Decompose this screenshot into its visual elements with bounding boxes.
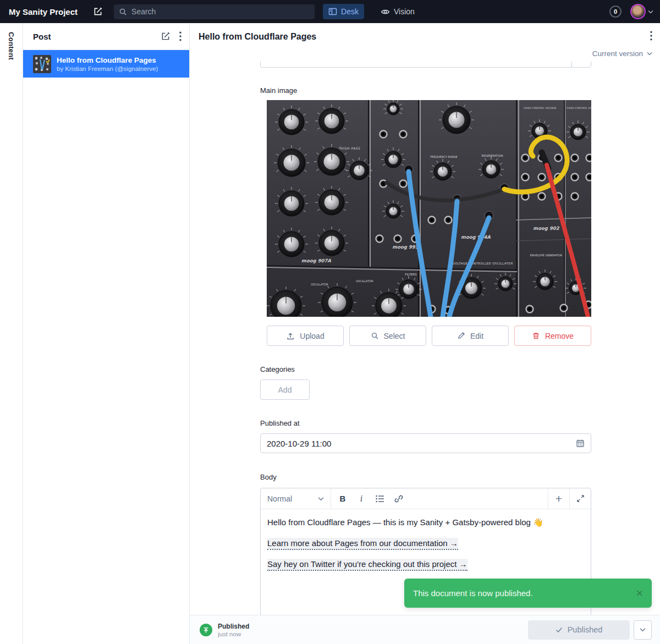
slug-input-clipped[interactable] — [260, 62, 572, 68]
add-category-button[interactable]: Add — [260, 379, 310, 400]
content-tab-label[interactable]: Content — [7, 32, 15, 60]
post-list-pane: Post Hello from Cloudflare Pages by Kris… — [23, 23, 190, 644]
avatar[interactable] — [630, 4, 646, 19]
close-icon[interactable]: × — [636, 587, 643, 599]
edit-button[interactable]: Edit — [432, 326, 509, 346]
text-style-value: Normal — [267, 494, 292, 503]
publish-menu-button[interactable] — [634, 620, 652, 640]
edit-label: Edit — [470, 332, 483, 340]
content-sidebar: Content — [0, 23, 23, 644]
navbar-right: 0 — [609, 4, 660, 19]
main-image-label: Main image — [260, 86, 297, 95]
upload-label: Upload — [300, 332, 324, 340]
chevron-down-icon — [318, 497, 324, 501]
published-at-label: Published at — [260, 419, 300, 427]
photo-label: FIXED CONTROL VOLTAGE — [566, 107, 591, 109]
success-toast: This document is now published. × — [404, 579, 652, 608]
select-label: Select — [384, 332, 405, 340]
body-link-documentation[interactable]: Learn more about Pages from our document… — [267, 538, 458, 550]
body-paragraph: Hello from Cloudflare Pages — this is my… — [267, 518, 584, 528]
photo-label: VOLTAGE CONTROLLED OSCILLATOR — [453, 262, 513, 265]
version-selector[interactable]: Current version — [592, 49, 652, 58]
search-icon — [119, 8, 127, 16]
text-style-select[interactable]: Normal — [261, 488, 331, 509]
upload-icon — [286, 332, 295, 340]
body-link-twitter[interactable]: Say hey on Twitter if you're checking ou… — [267, 559, 468, 571]
photo-label: OSCILLATOR — [356, 279, 373, 283]
chevron-down-icon — [647, 52, 652, 56]
create-post-button[interactable] — [161, 31, 170, 41]
publish-status-icon — [200, 624, 212, 636]
eye-icon — [381, 7, 390, 16]
document-pane: Hello from Cloudflare Pages Current vers… — [190, 23, 660, 644]
categories-label: Categories — [260, 365, 295, 373]
user-menu-chevron-icon[interactable] — [648, 10, 653, 14]
photo-label: HIGH PASS — [340, 146, 361, 150]
editor-toolbar: Normal B i — [261, 488, 591, 509]
upload-button[interactable]: Upload — [267, 326, 344, 346]
photo-label: ENVELOPE GENERATOR — [530, 254, 563, 257]
photo-label: moog 907A — [301, 258, 331, 263]
photo-label: moog 995 — [392, 244, 419, 250]
photo-label: moog 902 — [533, 225, 559, 231]
bold-button[interactable]: B — [334, 491, 351, 507]
remove-label: Remove — [545, 332, 574, 340]
post-list-item-selected[interactable]: Hello from Cloudflare Pages by Kristian … — [23, 50, 189, 78]
document-form-scroll: Main image — [190, 62, 660, 615]
bullet-list-button[interactable] — [372, 491, 388, 507]
photo-label: OSCILLATOR — [311, 283, 328, 286]
photo-label: moog 904A — [461, 234, 491, 240]
pane-title: Post — [33, 32, 51, 41]
format-buttons: B i — [331, 488, 548, 509]
pencil-icon — [457, 332, 465, 340]
italic-button[interactable]: i — [353, 491, 370, 507]
tab-desk-label: Desk — [341, 7, 359, 16]
document-title: Hello from Cloudflare Pages — [199, 32, 316, 42]
photo-label: FILTERS — [405, 273, 417, 276]
pane-menu-dots-icon[interactable] — [179, 31, 182, 41]
post-thumbnail — [33, 55, 51, 73]
published-at-value: 2020-10-29 11:00 — [267, 439, 331, 448]
toast-message: This document is now published. — [413, 588, 533, 598]
search-input[interactable] — [131, 7, 310, 16]
post-list-header: Post — [23, 23, 189, 50]
document-header: Hello from Cloudflare Pages Current vers… — [190, 23, 660, 62]
editor-content[interactable]: Hello from Cloudflare Pages — this is my… — [261, 509, 591, 588]
tab-desk[interactable]: Desk — [323, 4, 364, 19]
notifications-badge[interactable]: 0 — [609, 5, 622, 18]
document-menu-dots-icon[interactable] — [650, 31, 652, 41]
slug-input-button-clipped[interactable] — [571, 62, 591, 68]
tab-vision[interactable]: Vision — [375, 4, 420, 19]
insert-block-button[interactable]: + — [548, 488, 569, 509]
select-button[interactable]: Select — [349, 326, 426, 346]
sanity-studio: My Sanity Project Desk Vision 0 — [0, 0, 660, 644]
body-label: Body — [260, 473, 277, 481]
project-title[interactable]: My Sanity Project — [9, 7, 78, 16]
compose-icon — [93, 7, 103, 16]
editor-actions: + — [548, 488, 591, 509]
remove-button[interactable]: Remove — [514, 326, 591, 346]
fullscreen-button[interactable] — [569, 488, 591, 509]
top-navbar: My Sanity Project Desk Vision 0 — [0, 0, 660, 23]
photo-label: FREQUENCY RANGE — [430, 155, 458, 158]
desk-icon — [328, 7, 337, 16]
published-at-input[interactable]: 2020-10-29 11:00 — [260, 433, 591, 453]
publish-status-label: Published — [218, 623, 249, 630]
photo-label: REGENERATION — [481, 154, 503, 157]
search-bar — [114, 4, 315, 19]
document-footer: Published just now Published — [190, 615, 660, 644]
publish-button-label: Published — [568, 625, 603, 634]
new-document-button[interactable] — [91, 4, 105, 19]
main-image-preview[interactable]: HIGH PASS FREQUENCY RANGE REGENERATION F… — [267, 100, 591, 317]
check-icon — [556, 627, 563, 633]
calendar-icon[interactable] — [576, 439, 585, 448]
post-item-title: Hello from Cloudflare Pages — [57, 56, 158, 64]
link-button[interactable] — [391, 491, 407, 507]
publish-time: just now — [218, 631, 249, 637]
post-item-subtitle: by Kristian Freeman (@signalnerve) — [57, 65, 158, 72]
photo-label: FIXED CONTROL VOLTAGE — [524, 107, 557, 109]
search-icon — [371, 332, 379, 340]
trash-icon — [532, 332, 540, 340]
image-field-actions: Upload Select Edit Remove — [267, 326, 591, 346]
publish-button[interactable]: Published — [528, 620, 630, 640]
